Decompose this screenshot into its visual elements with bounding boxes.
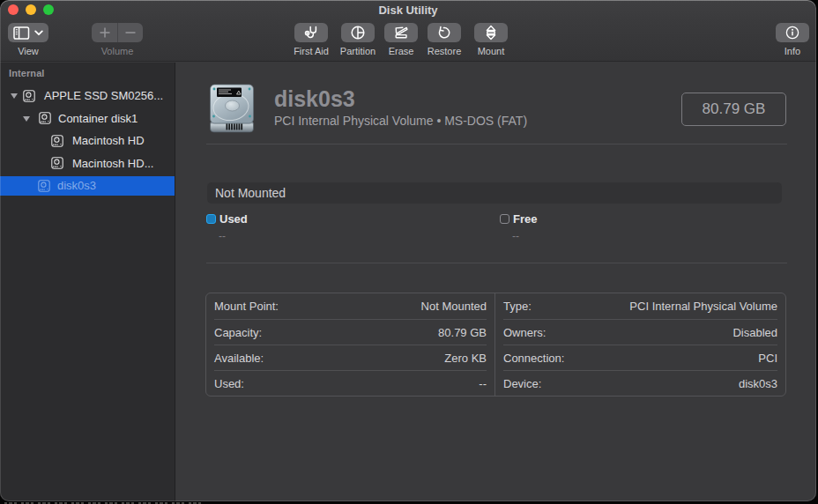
details-table: Mount Point: Not Mounted Capacity: 80.79… (205, 293, 786, 397)
toolbar-item-view: View (0, 23, 68, 56)
free-swatch-icon (500, 214, 509, 224)
row-value: -- (479, 377, 487, 390)
table-row: Device: disk0s3 (503, 370, 777, 396)
toolbar-item-mount: Mount (451, 23, 531, 56)
sidebar-panel-icon (13, 26, 30, 40)
table-row: Connection: PCI (503, 345, 777, 370)
main-content: disk0s3 PCI Internal Physical Volume • M… (175, 63, 816, 501)
row-label: Type: (503, 300, 532, 313)
plus-icon (99, 26, 111, 39)
internal-drive-icon (23, 90, 35, 102)
details-column-right: Type: PCI Internal Physical Volume Owner… (495, 293, 785, 396)
chevron-down-icon (34, 30, 43, 36)
mount-label: Mount (478, 46, 505, 56)
legend-free-value: -- (512, 231, 519, 241)
disclosure-triangle-icon[interactable] (11, 93, 18, 99)
table-row: Available: Zero KB (214, 345, 487, 370)
window-body: Internal APPLE SSD SM0256... (0, 63, 816, 501)
details-column-left: Mount Point: Not Mounted Capacity: 80.79… (206, 293, 495, 396)
sidebar-item-label: disk0s3 (57, 174, 96, 197)
volume-segmented-control (92, 23, 143, 42)
row-value: PCI Internal Physical Volume (629, 300, 777, 313)
table-row: Type: PCI Internal Physical Volume (503, 293, 777, 319)
row-label: Connection: (503, 352, 564, 365)
row-label: Available: (214, 352, 264, 365)
table-row: Used: -- (214, 370, 487, 396)
minus-icon (124, 26, 137, 39)
sidebar-item-disk0s3[interactable]: disk0s3 (0, 174, 175, 197)
disclosure-triangle-icon[interactable] (23, 116, 30, 122)
sidebar-item-macintosh-hd[interactable]: Macintosh HD (0, 130, 175, 152)
table-row: Mount Point: Not Mounted (214, 293, 487, 319)
zoom-button[interactable] (43, 4, 54, 15)
sidebar-item-label: Container disk1 (58, 107, 138, 130)
internal-drive-icon (51, 135, 63, 147)
row-value: Zero KB (444, 352, 487, 365)
sidebar: Internal APPLE SSD SM0256... (0, 63, 175, 501)
remove-volume-button[interactable] (117, 23, 143, 42)
legend-free-label: Free (513, 213, 537, 226)
row-value: Not Mounted (421, 300, 487, 313)
add-volume-button[interactable] (92, 23, 117, 42)
header-separator (206, 144, 787, 145)
volume-subtitle: PCI Internal Physical Volume • MS-DOS (F… (274, 113, 527, 129)
row-value: disk0s3 (739, 377, 777, 390)
info-label: Info (785, 46, 800, 56)
internal-drive-icon (51, 157, 63, 169)
sidebar-item-label: Macintosh HD (72, 130, 145, 152)
details-separator (206, 263, 787, 263)
restore-undo-icon (435, 24, 453, 41)
volume-label: Volume (101, 46, 134, 56)
sidebar-item-apple-ssd[interactable]: APPLE SSD SM0256... (0, 85, 175, 107)
row-value: PCI (758, 352, 777, 365)
info-button[interactable] (776, 23, 809, 42)
legend-used-label: Used (219, 213, 248, 226)
window-chrome: Disk Utility (0, 0, 816, 62)
disk-utility-window: Disk Utility (0, 0, 816, 501)
view-label: View (18, 46, 39, 56)
hard-drive-image (208, 84, 256, 133)
sidebar-item-container-disk1[interactable]: Container disk1 (0, 107, 175, 130)
legend-used-value: -- (219, 231, 226, 241)
stethoscope-icon (302, 24, 320, 41)
volume-title: disk0s3 (274, 86, 355, 111)
table-row: Owners: Disabled (503, 319, 777, 345)
window-title: Disk Utility (0, 0, 816, 19)
row-label: Owners: (503, 326, 546, 339)
row-label: Mount Point: (214, 300, 279, 313)
close-button[interactable] (8, 4, 19, 15)
minimize-button[interactable] (26, 4, 36, 15)
row-label: Capacity: (214, 326, 262, 339)
internal-drive-icon (39, 112, 51, 124)
sidebar-item-label: Macintosh HD... (72, 152, 153, 175)
toolbar-item-volume: Volume (78, 23, 157, 56)
sidebar-section-internal: Internal (9, 68, 45, 78)
row-label: Used: (214, 377, 244, 390)
mount-status-bar: Not Mounted (207, 182, 782, 204)
view-button[interactable] (8, 23, 48, 42)
row-value: Disabled (732, 326, 777, 339)
toolbar-item-info: Info (753, 23, 816, 56)
used-swatch-icon (206, 214, 216, 224)
row-label: Device: (503, 377, 541, 390)
row-value: 80.79 GB (438, 326, 487, 339)
mount-eject-icon (482, 24, 500, 41)
sidebar-item-macintosh-hd-data[interactable]: Macintosh HD... (0, 152, 175, 175)
mount-button[interactable] (474, 23, 508, 42)
internal-drive-icon (38, 180, 50, 192)
sidebar-item-label: APPLE SSD SM0256... (44, 85, 163, 107)
info-icon (784, 24, 801, 41)
size-badge: 80.79 GB (681, 93, 786, 126)
table-row: Capacity: 80.79 GB (214, 319, 487, 345)
